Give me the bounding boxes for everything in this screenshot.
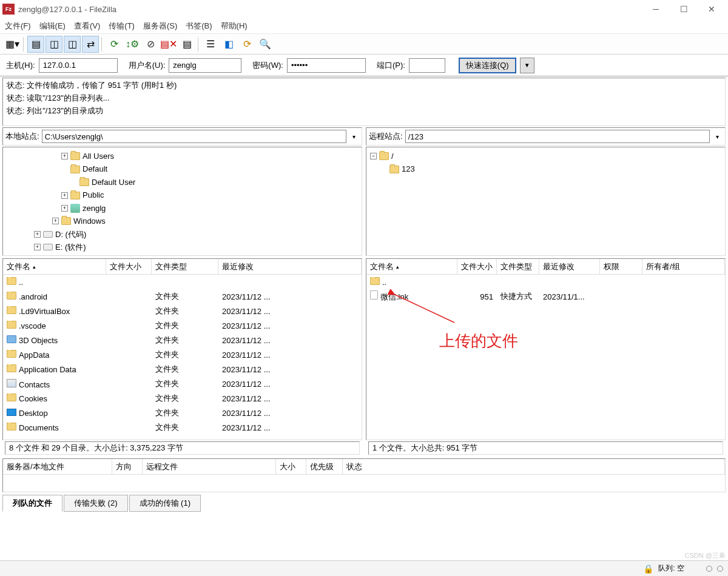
tab-success[interactable]: 成功的传输 (1) <box>129 495 201 512</box>
col-direction[interactable]: 方向 <box>112 459 143 474</box>
status-dot-icon <box>706 566 712 572</box>
list-item[interactable]: Desktop文件夹2023/11/12 ... <box>3 406 362 420</box>
tree-item[interactable]: 123 <box>370 162 721 175</box>
col-size[interactable]: 文件大小 <box>106 259 152 274</box>
tree-item[interactable]: +Windows <box>7 215 358 227</box>
col-type[interactable]: 文件类型 <box>497 259 539 274</box>
list-item[interactable]: .. <box>3 275 362 289</box>
list-item[interactable]: 3D Objects文件夹2023/11/12 ... <box>3 333 362 347</box>
col-date[interactable]: 最近修改 <box>218 259 362 274</box>
col-remote[interactable]: 远程文件 <box>143 459 276 474</box>
col-name[interactable]: 文件名▴ <box>3 259 106 274</box>
folder-icon <box>379 152 389 160</box>
password-input[interactable] <box>287 58 366 73</box>
list-item[interactable]: Cookies文件夹2023/11/12 ... <box>3 391 362 406</box>
col-status[interactable]: 状态 <box>343 459 725 474</box>
remote-site-input[interactable] <box>405 130 710 143</box>
search-icon[interactable]: 🔍 <box>257 36 274 53</box>
lock-icon: 🔒 <box>643 564 653 574</box>
tree-node-label: / <box>391 150 394 162</box>
maximize-button[interactable]: ☐ <box>670 1 698 18</box>
local-site-dropdown[interactable]: ▾ <box>349 133 359 140</box>
local-site-input[interactable] <box>42 130 346 143</box>
expand-icon[interactable]: + <box>34 231 41 238</box>
expand-icon[interactable]: + <box>61 153 68 159</box>
tree-item[interactable]: +Public <box>7 189 358 201</box>
port-input[interactable] <box>409 58 445 73</box>
quickconnect-button[interactable]: 快速连接(Q) <box>459 58 516 73</box>
tree-node-label: E: (软件) <box>55 241 86 253</box>
watermark: CSDN @三希 <box>685 551 726 560</box>
col-type[interactable]: 文件类型 <box>152 259 218 274</box>
col-priority[interactable]: 优先级 <box>306 459 343 474</box>
menu-view[interactable]: 查看(V) <box>74 21 100 32</box>
expand-icon[interactable]: + <box>61 205 68 212</box>
list-item[interactable]: Application Data文件夹2023/11/12 ... <box>3 362 362 377</box>
host-input[interactable] <box>39 58 118 73</box>
col-size[interactable]: 大小 <box>276 459 306 474</box>
tree-item[interactable]: Default User <box>7 176 358 189</box>
list-item[interactable]: Contacts文件夹2023/11/12 ... <box>3 377 362 391</box>
cancel-icon[interactable]: ⊘ <box>142 36 159 53</box>
log-line: 状态: 列出"/123"的目录成功 <box>7 105 721 118</box>
tree-item[interactable]: +E: (软件) <box>7 241 358 253</box>
menu-server[interactable]: 服务器(S) <box>143 21 177 32</box>
list-item[interactable]: Documents文件夹2023/11/12 ... <box>3 420 362 435</box>
list-item[interactable]: AppData文件夹2023/11/12 ... <box>3 347 362 362</box>
username-input[interactable] <box>169 58 241 73</box>
toggle-localtree-icon[interactable]: ◫ <box>46 36 62 53</box>
tab-queue[interactable]: 列队的文件 <box>2 495 62 512</box>
local-list-body[interactable]: ...android文件夹2023/11/12 ....Ld9VirtualBo… <box>3 275 362 440</box>
collapse-icon[interactable]: − <box>370 153 377 159</box>
tab-failed[interactable]: 传输失败 (2) <box>64 495 128 512</box>
port-label: 端口(P): <box>377 60 405 71</box>
list-item[interactable]: .android文件夹2023/11/12 ... <box>3 289 362 304</box>
titlebar: Fz zenglg@127.0.0.1 - FileZilla ─ ☐ ✕ <box>0 0 728 18</box>
col-server[interactable]: 服务器/本地文件 <box>3 459 112 474</box>
compare-icon[interactable]: ◧ <box>220 36 237 53</box>
list-item[interactable]: .Ld9VirtualBox文件夹2023/11/12 ... <box>3 304 362 318</box>
sync-icon[interactable]: ⟳ <box>238 36 255 53</box>
col-size[interactable]: 文件大小 <box>457 259 497 274</box>
menu-bookmark[interactable]: 书签(B) <box>186 21 212 32</box>
toggle-remotetree-icon[interactable]: ◫ <box>64 36 81 53</box>
reconnect-icon[interactable]: ▤ <box>178 36 195 53</box>
toggle-queue-icon[interactable]: ⇄ <box>82 36 99 53</box>
menu-help[interactable]: 帮助(H) <box>221 21 248 32</box>
col-name[interactable]: 文件名▴ <box>366 259 457 274</box>
process-queue-icon[interactable]: ↕⚙ <box>124 36 141 53</box>
disconnect-icon[interactable]: ▤✕ <box>160 36 177 53</box>
minimize-button[interactable]: ─ <box>642 1 670 18</box>
tree-item[interactable]: +All Users <box>7 150 358 162</box>
expand-icon[interactable]: + <box>34 244 41 250</box>
remote-list-body[interactable]: ..微信.lnk951快捷方式2023/11/1... <box>366 275 725 440</box>
menu-transfer[interactable]: 传输(T) <box>109 21 135 32</box>
filter-icon[interactable]: ☰ <box>202 36 219 53</box>
local-site-box: 本地站点: ▾ <box>2 127 362 146</box>
col-date[interactable]: 最近修改 <box>539 259 600 274</box>
folder-icon <box>7 292 16 300</box>
toggle-log-icon[interactable]: ▤ <box>27 36 44 53</box>
menu-edit[interactable]: 编辑(E) <box>39 21 66 32</box>
tree-item[interactable]: +D: (代码) <box>7 228 358 241</box>
close-button[interactable]: ✕ <box>698 1 726 18</box>
folder-icon <box>389 166 399 173</box>
expand-icon[interactable]: + <box>61 192 68 199</box>
refresh-icon[interactable]: ⟳ <box>106 36 123 53</box>
menu-file[interactable]: 文件(F) <box>5 21 31 32</box>
remote-site-dropdown[interactable]: ▾ <box>712 133 723 140</box>
local-tree[interactable]: +All UsersDefaultDefault User+Public+zen… <box>2 147 362 256</box>
log-panel[interactable]: 状态: 文件传输成功，传输了 951 字节 (用时1 秒) 状态: 读取"/12… <box>2 78 726 126</box>
tree-item[interactable]: − / <box>370 150 721 162</box>
remote-tree[interactable]: − / 123 <box>366 147 726 256</box>
list-item[interactable]: 微信.lnk951快捷方式2023/11/1... <box>366 289 725 304</box>
list-item[interactable]: .. <box>366 275 725 289</box>
col-perm[interactable]: 权限 <box>600 259 642 274</box>
tree-item[interactable]: +zenglg <box>7 202 358 215</box>
expand-icon[interactable]: + <box>52 218 59 224</box>
tree-item[interactable]: Default <box>7 162 358 175</box>
col-owner[interactable]: 所有者/组 <box>642 259 725 274</box>
sitemanager-icon[interactable]: ▦▾ <box>4 36 21 53</box>
list-item[interactable]: .vscode文件夹2023/11/12 ... <box>3 318 362 333</box>
quickconnect-dropdown[interactable]: ▼ <box>520 58 534 73</box>
